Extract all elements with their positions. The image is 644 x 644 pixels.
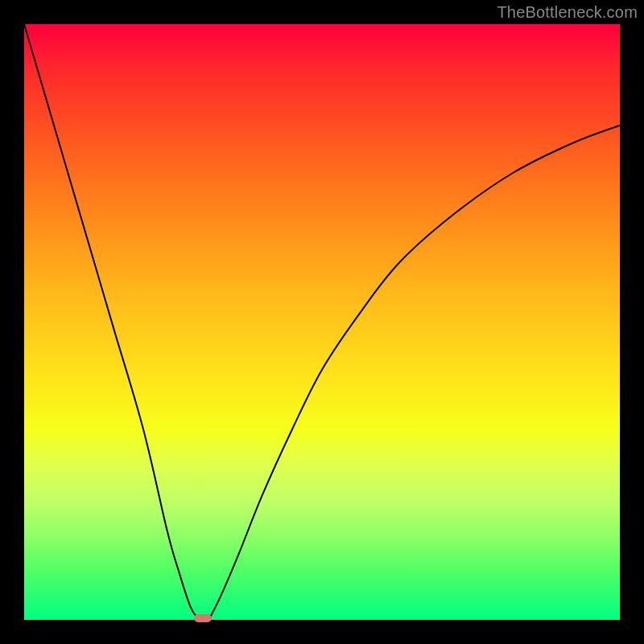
bottleneck-curve bbox=[24, 24, 620, 620]
chart-frame: TheBottleneck.com bbox=[0, 0, 644, 644]
curve-right-branch bbox=[208, 126, 620, 620]
curve-left-branch bbox=[24, 24, 200, 620]
minimum-marker bbox=[194, 614, 212, 622]
watermark-text: TheBottleneck.com bbox=[497, 3, 638, 22]
